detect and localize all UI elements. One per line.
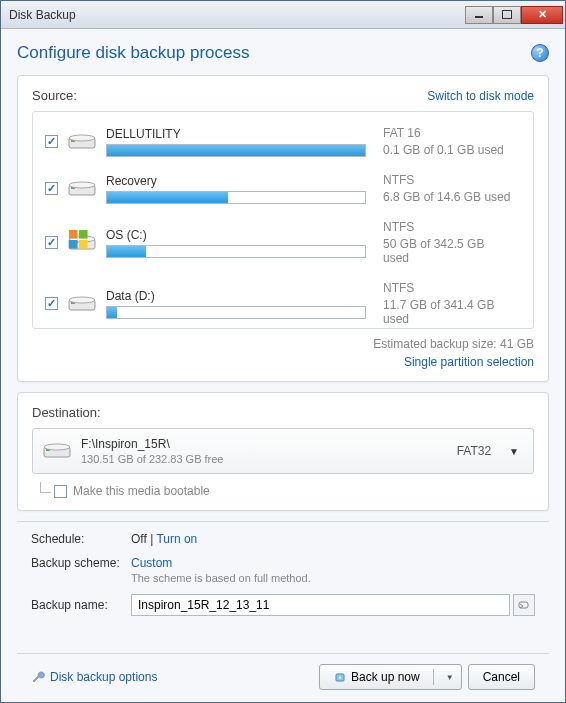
svg-rect-11 — [69, 240, 78, 249]
source-footer: Estimated backup size: 41 GB Single part… — [32, 337, 534, 369]
svg-rect-19 — [519, 602, 528, 608]
backup-name-row: Backup name: — [31, 594, 535, 616]
bootable-row: Make this media bootable — [32, 484, 534, 498]
schedule-turn-on-link[interactable]: Turn on — [156, 532, 197, 546]
destination-path: F:\Inspiron_15R\ — [81, 437, 457, 451]
svg-point-18 — [44, 444, 70, 450]
filesystem-label: NTFS — [383, 281, 513, 295]
destination-free: 130.51 GB of 232.83 GB free — [81, 453, 457, 465]
backup-now-button[interactable]: Back up now ▼ — [319, 664, 462, 690]
source-panel: Source: Switch to disk mode DELLUTILITYF… — [17, 75, 549, 382]
source-row[interactable]: DELLUTILITYFAT 160.1 GB of 0.1 GB used — [41, 120, 529, 167]
usage-label: 0.1 GB of 0.1 GB used — [383, 143, 513, 157]
maximize-button[interactable] — [493, 6, 521, 24]
destination-panel: Destination: F:\Inspiron_15R\ 130.51 GB … — [17, 392, 549, 511]
estimated-size: Estimated backup size: 41 GB — [373, 337, 534, 351]
drive-icon — [43, 441, 71, 461]
bootable-checkbox[interactable] — [54, 485, 67, 498]
window-title: Disk Backup — [9, 8, 465, 22]
source-label: Source: — [32, 88, 427, 103]
svg-rect-9 — [69, 230, 78, 239]
wrench-icon — [31, 670, 45, 684]
backup-name-tag-button[interactable] — [513, 594, 535, 616]
scheme-description: The scheme is based on full method. — [131, 572, 535, 584]
close-button[interactable] — [521, 6, 563, 24]
partition-name: DELLUTILITY — [106, 127, 383, 141]
source-checkbox[interactable] — [45, 135, 58, 148]
source-list[interactable]: DELLUTILITYFAT 160.1 GB of 0.1 GB usedRe… — [32, 111, 534, 329]
usage-label: 11.7 GB of 341.4 GB used — [383, 298, 513, 326]
drive-icon — [68, 179, 96, 199]
filesystem-label: FAT 16 — [383, 126, 513, 140]
single-partition-link[interactable]: Single partition selection — [32, 355, 534, 369]
titlebar[interactable]: Disk Backup — [1, 1, 565, 29]
backup-name-label: Backup name: — [31, 598, 131, 612]
safe-icon — [334, 671, 346, 683]
usage-bar — [106, 191, 366, 204]
destination-selector[interactable]: F:\Inspiron_15R\ 130.51 GB of 232.83 GB … — [32, 428, 534, 474]
usage-label: 50 GB of 342.5 GB used — [383, 237, 513, 265]
partition-name: OS (C:) — [106, 228, 383, 242]
drive-icon — [68, 132, 96, 152]
scheme-row: Backup scheme: Custom The scheme is base… — [31, 556, 535, 584]
scheme-link[interactable]: Custom — [131, 556, 172, 570]
scheme-label: Backup scheme: — [31, 556, 131, 570]
filesystem-label: NTFS — [383, 173, 513, 187]
usage-bar — [106, 306, 366, 319]
chevron-down-icon[interactable]: ▼ — [505, 446, 523, 457]
schedule-row: Schedule: Off | Turn on — [31, 532, 535, 546]
filesystem-label: NTFS — [383, 220, 513, 234]
source-checkbox[interactable] — [45, 236, 58, 249]
cancel-button[interactable]: Cancel — [468, 664, 535, 690]
source-checkbox[interactable] — [45, 297, 58, 310]
footer: Disk backup options Back up now ▼ Cancel — [17, 653, 549, 690]
usage-bar — [106, 245, 366, 258]
usage-bar — [106, 144, 366, 157]
disk-backup-options-link[interactable]: Disk backup options — [31, 670, 157, 684]
svg-point-15 — [69, 297, 95, 303]
source-row[interactable]: RecoveryNTFS6.8 GB of 14.6 GB used — [41, 167, 529, 214]
source-row[interactable]: OS (C:)NTFS50 GB of 342.5 GB used — [41, 214, 529, 275]
content: Configure disk backup process ? Source: … — [1, 29, 565, 702]
page-title: Configure disk backup process — [17, 43, 531, 63]
window: Disk Backup Configure disk backup proces… — [0, 0, 566, 703]
drive-icon — [68, 294, 96, 314]
destination-label: Destination: — [32, 405, 534, 420]
svg-point-5 — [69, 182, 95, 188]
usage-label: 6.8 GB of 14.6 GB used — [383, 190, 513, 204]
destination-info: F:\Inspiron_15R\ 130.51 GB of 232.83 GB … — [81, 437, 457, 465]
partition-name: Data (D:) — [106, 289, 383, 303]
titlebar-buttons — [465, 6, 563, 24]
settings-section: Schedule: Off | Turn on Backup scheme: C… — [17, 521, 549, 626]
source-checkbox[interactable] — [45, 182, 58, 195]
os-drive-icon — [68, 233, 96, 253]
destination-filesystem: FAT32 — [457, 444, 491, 458]
minimize-button[interactable] — [465, 6, 493, 24]
svg-rect-10 — [79, 230, 88, 239]
source-row[interactable]: Data (D:)NTFS11.7 GB of 341.4 GB used — [41, 275, 529, 329]
scheme-value: Custom The scheme is based on full metho… — [131, 556, 535, 584]
svg-point-21 — [339, 676, 341, 678]
chevron-down-icon[interactable]: ▼ — [443, 673, 457, 682]
svg-point-2 — [69, 135, 95, 141]
backup-name-input[interactable] — [131, 594, 510, 616]
schedule-label: Schedule: — [31, 532, 131, 546]
partition-name: Recovery — [106, 174, 383, 188]
bootable-label: Make this media bootable — [73, 484, 210, 498]
header: Configure disk backup process ? — [17, 43, 549, 63]
help-icon[interactable]: ? — [531, 44, 549, 62]
svg-rect-12 — [79, 240, 88, 249]
schedule-value: Off | Turn on — [131, 532, 535, 546]
switch-disk-mode-link[interactable]: Switch to disk mode — [427, 89, 534, 103]
